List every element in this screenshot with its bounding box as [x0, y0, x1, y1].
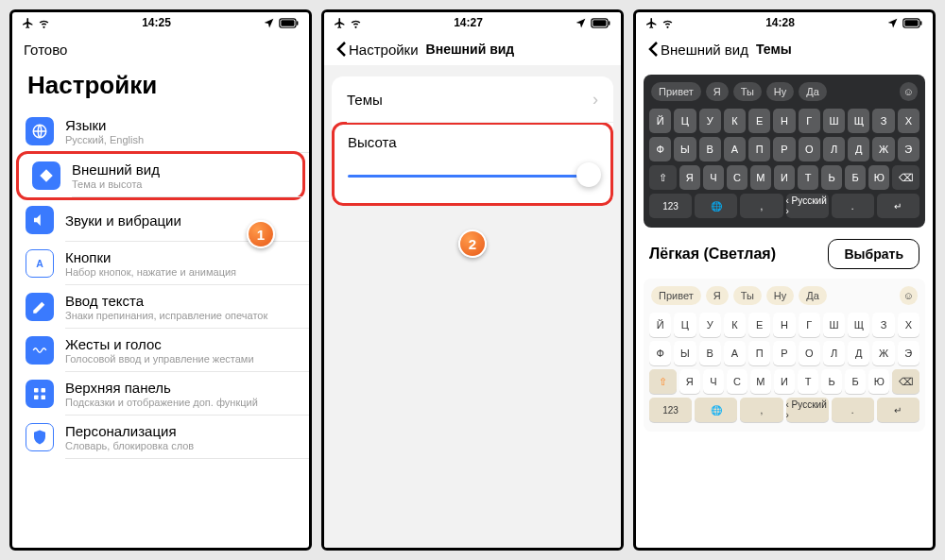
emoji-icon[interactable]: ☺ [900, 82, 918, 101]
suggestion[interactable]: Ты [733, 286, 762, 305]
key-globe[interactable]: 🌐 [695, 194, 737, 218]
key-Б[interactable]: Б [845, 369, 866, 394]
key-Э[interactable]: Э [898, 341, 919, 365]
row-personalization[interactable]: ПерсонализацияСловарь, блокировка слов [12, 416, 309, 459]
back-button[interactable]: Настройки [335, 41, 419, 58]
emoji-icon[interactable]: ☺ [900, 286, 918, 305]
key-С[interactable]: С [727, 369, 747, 394]
key-Х[interactable]: Х [898, 313, 919, 337]
key-Т[interactable]: Т [798, 369, 818, 394]
row-top-panel[interactable]: Верхняя панельПодсказки и отображение до… [12, 372, 309, 416]
key-Ю[interactable]: Ю [868, 369, 889, 394]
key-Ы[interactable]: Ы [674, 137, 696, 161]
key-А[interactable]: А [724, 341, 746, 365]
key-Й[interactable]: Й [649, 109, 671, 133]
key-return[interactable]: ↵ [877, 194, 919, 218]
key-В[interactable]: В [699, 341, 721, 365]
back-button[interactable]: Внешний вид [647, 41, 748, 58]
suggestion[interactable]: Да [799, 286, 827, 305]
key-shift[interactable]: ⇧ [649, 165, 677, 190]
key-О[interactable]: О [799, 341, 820, 365]
key-Ш[interactable]: Ш [823, 109, 845, 133]
suggestion[interactable]: Да [799, 82, 827, 101]
key-Ч[interactable]: Ч [703, 165, 724, 190]
key-Р[interactable]: Р [773, 137, 795, 161]
suggestion[interactable]: Ну [766, 286, 794, 305]
key-Л[interactable]: Л [823, 137, 845, 161]
key-dot[interactable]: . [832, 398, 874, 422]
key-shift[interactable]: ⇧ [649, 369, 677, 394]
height-slider[interactable] [348, 163, 597, 186]
key-Е[interactable]: Е [748, 109, 770, 133]
key-backspace[interactable]: ⌫ [892, 165, 919, 190]
key-comma[interactable]: , [740, 194, 782, 218]
key-О[interactable]: О [799, 137, 820, 161]
key-123[interactable]: 123 [649, 398, 692, 422]
key-Ш[interactable]: Ш [823, 313, 845, 337]
key-Р[interactable]: Р [773, 341, 795, 365]
suggestion[interactable]: Я [706, 82, 729, 101]
key-Н[interactable]: Н [773, 109, 795, 133]
row-text-input[interactable]: Ввод текстаЗнаки препинания, исправление… [12, 285, 309, 329]
key-Ф[interactable]: Ф [649, 341, 671, 365]
key-space[interactable]: ‹ Русский › [786, 194, 829, 218]
key-З[interactable]: З [872, 109, 894, 133]
key-З[interactable]: З [872, 313, 894, 337]
key-Э[interactable]: Э [898, 137, 919, 161]
key-Д[interactable]: Д [848, 137, 869, 161]
key-comma[interactable]: , [740, 398, 782, 422]
key-Б[interactable]: Б [845, 165, 866, 190]
key-Ж[interactable]: Ж [872, 341, 894, 365]
key-Л[interactable]: Л [823, 341, 845, 365]
key-123[interactable]: 123 [649, 194, 692, 218]
key-Ф[interactable]: Ф [649, 137, 671, 161]
key-С[interactable]: С [727, 165, 747, 190]
key-М[interactable]: М [750, 369, 771, 394]
key-backspace[interactable]: ⌫ [892, 369, 919, 394]
key-Т[interactable]: Т [798, 165, 818, 190]
key-У[interactable]: У [699, 313, 721, 337]
key-Г[interactable]: Г [799, 313, 820, 337]
key-Щ[interactable]: Щ [848, 109, 869, 133]
slider-thumb[interactable] [576, 162, 601, 187]
key-К[interactable]: К [724, 313, 746, 337]
key-Ц[interactable]: Ц [674, 109, 696, 133]
key-П[interactable]: П [748, 137, 770, 161]
key-М[interactable]: М [750, 165, 771, 190]
key-Й[interactable]: Й [649, 313, 671, 337]
key-Ь[interactable]: Ь [821, 369, 842, 394]
key-Ц[interactable]: Ц [674, 313, 696, 337]
key-Ж[interactable]: Ж [872, 137, 894, 161]
key-И[interactable]: И [774, 165, 795, 190]
key-У[interactable]: У [699, 109, 721, 133]
key-Я[interactable]: Я [679, 369, 700, 394]
key-space[interactable]: ‹ Русский › [786, 398, 829, 422]
done-button[interactable]: Готово [24, 42, 67, 58]
row-gestures[interactable]: Жесты и голосГолосовой ввод и управление… [12, 329, 309, 372]
key-В[interactable]: В [699, 137, 721, 161]
key-И[interactable]: И [774, 369, 795, 394]
key-return[interactable]: ↵ [877, 398, 919, 422]
suggestion[interactable]: Привет [651, 286, 701, 305]
suggestion[interactable]: Ты [733, 82, 762, 101]
key-Д[interactable]: Д [848, 341, 869, 365]
row-languages[interactable]: ЯзыкиРусский, English [12, 110, 309, 153]
key-А[interactable]: А [724, 137, 746, 161]
key-Е[interactable]: Е [748, 313, 770, 337]
row-buttons[interactable]: A КнопкиНабор кнопок, нажатие и анимация [12, 242, 309, 285]
suggestion[interactable]: Я [706, 286, 729, 305]
key-Ы[interactable]: Ы [674, 341, 696, 365]
key-Ч[interactable]: Ч [703, 369, 724, 394]
suggestion[interactable]: Ну [766, 82, 794, 101]
key-Я[interactable]: Я [679, 165, 700, 190]
key-К[interactable]: К [724, 109, 746, 133]
key-globe[interactable]: 🌐 [695, 398, 737, 422]
key-dot[interactable]: . [832, 194, 874, 218]
key-Ь[interactable]: Ь [821, 165, 842, 190]
row-themes[interactable]: Темы › [332, 76, 613, 123]
select-button[interactable]: Выбрать [828, 239, 919, 269]
key-Ю[interactable]: Ю [868, 165, 889, 190]
suggestion[interactable]: Привет [651, 82, 701, 101]
key-Щ[interactable]: Щ [848, 313, 869, 337]
key-Н[interactable]: Н [773, 313, 795, 337]
